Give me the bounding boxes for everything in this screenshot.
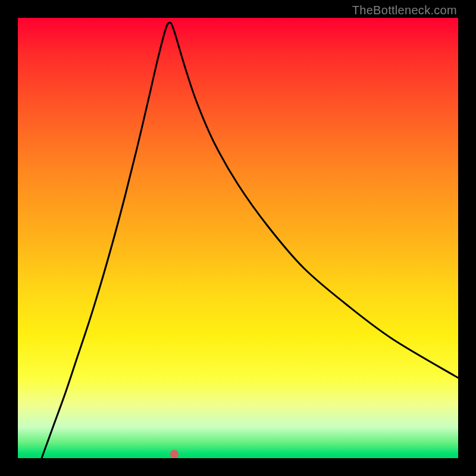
chart-container: TheBottleneck.com xyxy=(0,0,476,476)
plot-area xyxy=(18,18,458,458)
curve-svg xyxy=(18,18,458,458)
minimum-marker-dot xyxy=(170,450,178,458)
bottleneck-curve-path xyxy=(42,23,458,458)
watermark-text: TheBottleneck.com xyxy=(352,4,457,17)
